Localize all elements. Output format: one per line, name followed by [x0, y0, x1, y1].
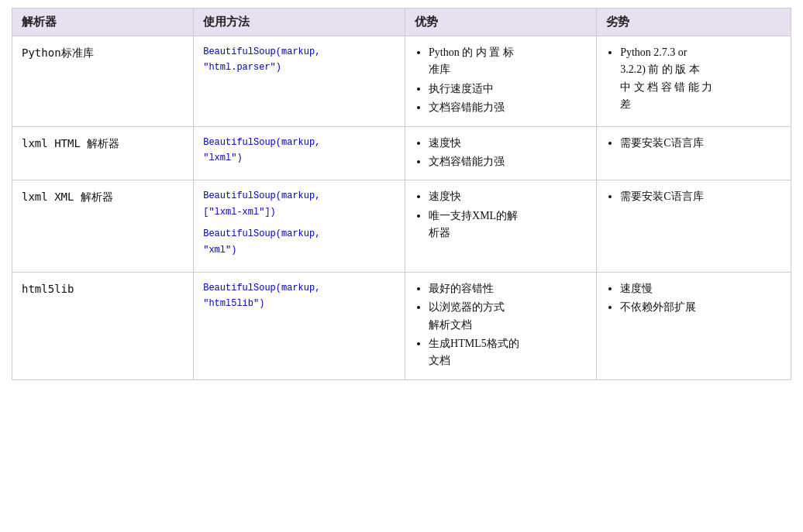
pros-item: Python 的 内 置 标 准库 — [429, 44, 587, 79]
parser-name-cell: lxml XML 解析器 — [12, 180, 194, 273]
table-row: lxml XML 解析器BeautifulSoup(markup, ["lxml… — [12, 180, 791, 273]
parser-usage-cell: BeautifulSoup(markup, ["lxml-xml"])Beaut… — [194, 180, 405, 273]
parser-pros-cell: Python 的 内 置 标 准库执行速度适中文档容错能力强 — [405, 36, 597, 127]
cons-item: 需要安装C语言库 — [620, 135, 781, 152]
table-wrapper: 解析器 使用方法 优势 劣势 Python标准库BeautifulSoup(ma… — [0, 0, 803, 388]
parser-pros-cell: 最好的容错性以浏览器的方式 解析文档生成HTML5格式的 文档 — [405, 272, 597, 379]
cons-item: 不依赖外部扩展 — [620, 299, 781, 316]
parser-name-cell: lxml HTML 解析器 — [12, 126, 194, 180]
pros-item: 文档容错能力强 — [429, 153, 587, 170]
parser-usage-cell: BeautifulSoup(markup, "html.parser") — [194, 36, 405, 127]
pros-item: 以浏览器的方式 解析文档 — [429, 299, 587, 334]
cons-item: 需要安装C语言库 — [620, 188, 781, 205]
col-header-cons: 劣势 — [597, 9, 791, 36]
cons-item: Python 2.7.3 or 3.2.2) 前 的 版 本 中 文 档 容 错… — [620, 44, 781, 114]
col-header-parser: 解析器 — [12, 9, 194, 36]
pros-item: 速度快 — [429, 188, 587, 205]
table-row: Python标准库BeautifulSoup(markup, "html.par… — [12, 36, 791, 127]
parser-name-cell: html5lib — [12, 272, 194, 379]
parser-cons-cell: 需要安装C语言库 — [597, 126, 791, 180]
parser-cons-cell: 速度慢不依赖外部扩展 — [597, 272, 791, 379]
parser-usage-cell: BeautifulSoup(markup, "lxml") — [194, 126, 405, 180]
parser-cons-cell: Python 2.7.3 or 3.2.2) 前 的 版 本 中 文 档 容 错… — [597, 36, 791, 127]
parser-comparison-table: 解析器 使用方法 优势 劣势 Python标准库BeautifulSoup(ma… — [12, 8, 791, 380]
table-row: lxml HTML 解析器BeautifulSoup(markup, "lxml… — [12, 126, 791, 180]
parser-pros-cell: 速度快唯一支持XML的解 析器 — [405, 180, 597, 273]
cons-item: 速度慢 — [620, 280, 781, 297]
parser-pros-cell: 速度快文档容错能力强 — [405, 126, 597, 180]
parser-usage-cell: BeautifulSoup(markup, "html5lib") — [194, 272, 405, 379]
code-block: BeautifulSoup(markup, "html5lib") — [203, 280, 395, 312]
parser-cons-cell: 需要安装C语言库 — [597, 180, 791, 273]
pros-item: 速度快 — [429, 135, 587, 152]
col-header-pros: 优势 — [405, 9, 597, 36]
code-block: BeautifulSoup(markup, "xml") — [203, 226, 395, 258]
pros-item: 文档容错能力强 — [429, 99, 587, 116]
pros-item: 生成HTML5格式的 文档 — [429, 335, 587, 370]
pros-item: 唯一支持XML的解 析器 — [429, 208, 587, 242]
code-block: BeautifulSoup(markup, "lxml") — [203, 135, 395, 166]
col-header-usage: 使用方法 — [194, 9, 405, 36]
table-header-row: 解析器 使用方法 优势 劣势 — [12, 9, 791, 36]
pros-item: 最好的容错性 — [429, 280, 587, 297]
parser-name-cell: Python标准库 — [12, 36, 194, 127]
table-row: html5libBeautifulSoup(markup, "html5lib"… — [12, 272, 791, 379]
code-block: BeautifulSoup(markup, "html.parser") — [203, 44, 395, 76]
code-block: BeautifulSoup(markup, ["lxml-xml"]) — [203, 188, 395, 220]
pros-item: 执行速度适中 — [429, 81, 587, 98]
